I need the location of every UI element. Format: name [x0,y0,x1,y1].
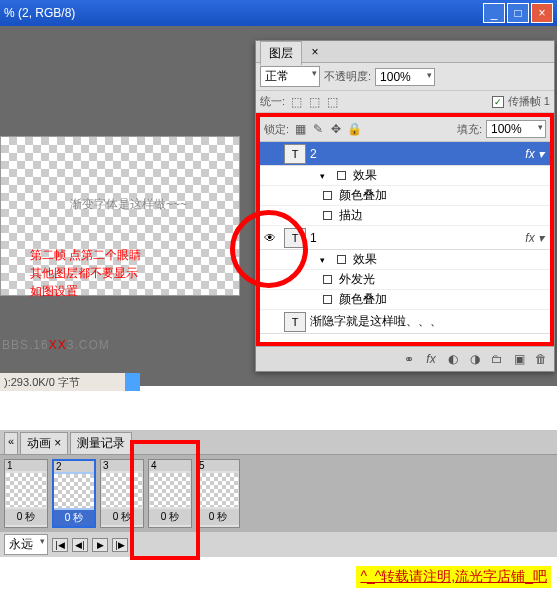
animation-frame[interactable]: 3 0 秒 [100,459,144,528]
text-layer-thumb: T [284,228,306,248]
eye-icon[interactable] [323,275,332,284]
propagate-label: 传播帧 1 [508,94,550,109]
tab-close-icon[interactable]: × [54,436,61,450]
first-frame-button[interactable]: |◀ [52,538,68,552]
frame-thumbnail [6,473,46,507]
effect-item[interactable]: 颜色叠加 [260,186,550,206]
maximize-button[interactable]: □ [507,3,529,23]
frame-duration[interactable]: 0 秒 [197,509,239,525]
animation-panel: « 动画 × 测量记录 1 0 秒 2 0 秒 3 0 秒 4 0 秒 5 0 … [0,430,557,557]
tab-close-icon[interactable]: × [308,45,322,59]
layer-row[interactable]: T 2 fx ▾ [260,142,550,166]
effect-item[interactable]: 外发光 [260,270,550,290]
layer-name[interactable]: 1 [310,231,317,245]
visibility-toggle[interactable]: 👁 [260,231,280,245]
opacity-field[interactable]: 100% [375,68,435,86]
eye-icon[interactable] [323,191,332,200]
frame-duration[interactable]: 0 秒 [54,510,94,526]
adjustment-layer-icon[interactable]: ◑ [466,351,484,367]
next-frame-button[interactable]: |▶ [112,538,128,552]
layers-panel-footer: ⚭ fx ◐ ◑ 🗀 ▣ 🗑 [256,346,554,371]
text-layer-thumb: T [284,312,306,332]
layer-name[interactable]: 2 [310,147,317,161]
layers-list: T 2 fx ▾ ▾效果 颜色叠加 描边 👁 T 1 fx ▾ ▾效果 外发光 … [260,142,550,342]
delete-layer-icon[interactable]: 🗑 [532,351,550,367]
twisty-icon[interactable]: ▾ [320,171,330,181]
play-button[interactable]: ▶ [92,538,108,552]
unify-label: 统一: [260,94,285,109]
new-layer-icon[interactable]: ▣ [510,351,528,367]
unify-position-icon[interactable]: ⬚ [289,95,303,109]
lock-position-icon[interactable]: ✥ [329,122,343,136]
lock-label: 锁定: [264,122,289,137]
blend-mode-dropdown[interactable]: 正常 [260,66,320,87]
loop-dropdown[interactable]: 永远 [4,534,48,555]
tab-measurement[interactable]: 测量记录 [70,432,132,454]
frame-duration[interactable]: 0 秒 [5,509,47,525]
animation-frame[interactable]: 4 0 秒 [148,459,192,528]
animation-frame[interactable]: 1 0 秒 [4,459,48,528]
frame-thumbnail [150,473,190,507]
lock-all-icon[interactable]: 🔒 [347,122,361,136]
lock-pixels-icon[interactable]: ✎ [311,122,325,136]
footer-note: ^_^转载请注明,流光字店铺_吧 [356,566,551,588]
canvas-text-layer: 渐变字体是这样做~~~ [70,196,187,213]
tab-layers[interactable]: 图层 [260,41,302,65]
new-group-icon[interactable]: 🗀 [488,351,506,367]
frame-thumbnail [198,473,238,507]
effect-item[interactable]: 描边 [260,206,550,226]
status-bar: ):293.0K/0 字节 [0,373,140,391]
opacity-label: 不透明度: [324,69,371,84]
twisty-icon[interactable]: ▾ [320,255,330,265]
watermark: BBS.16XX3.COM [2,336,110,352]
fill-label: 填充: [457,122,482,137]
minimize-button[interactable]: _ [483,3,505,23]
fx-badge[interactable]: fx ▾ [525,147,544,161]
link-layers-icon[interactable]: ⚭ [400,351,418,367]
window-title: % (2, RGB/8) [4,6,75,20]
eye-icon[interactable] [323,295,332,304]
effects-row[interactable]: ▾效果 [260,250,550,270]
eye-icon[interactable] [323,211,332,220]
panel-collapse-icon[interactable]: « [4,432,18,454]
text-layer-thumb: T [284,144,306,164]
fx-badge[interactable]: fx ▾ [525,231,544,245]
layer-name[interactable]: 渐隐字就是这样啦、、、 [310,313,442,330]
annotation-text: 第二帧 点第二个眼睛 其他图层都不要显示 如图设置 [30,246,141,300]
frame-duration[interactable]: 0 秒 [101,509,143,525]
frame-duration[interactable]: 0 秒 [149,509,191,525]
propagate-checkbox[interactable]: ✓ [492,96,504,108]
titlebar[interactable]: % (2, RGB/8) _ □ × [0,0,557,26]
layers-panel: 图层 × 正常 不透明度: 100% 统一: ⬚ ⬚ ⬚ ✓ 传播帧 1 锁定:… [255,40,555,372]
effect-item[interactable]: 颜色叠加 [260,290,550,310]
layer-row[interactable]: 👁 T 1 fx ▾ [260,226,550,250]
fill-field[interactable]: 100% [486,120,546,138]
eye-icon[interactable] [337,171,346,180]
close-button[interactable]: × [531,3,553,23]
frames-row: 1 0 秒 2 0 秒 3 0 秒 4 0 秒 5 0 秒 [0,455,557,532]
unify-style-icon[interactable]: ⬚ [325,95,339,109]
tab-animation[interactable]: 动画 × [20,432,68,454]
frame-thumbnail [102,473,142,507]
animation-frame[interactable]: 2 0 秒 [52,459,96,528]
frame-thumbnail [54,474,94,508]
layer-row[interactable]: T 渐隐字就是这样啦、、、 [260,310,550,334]
animation-frame[interactable]: 5 0 秒 [196,459,240,528]
layer-style-icon[interactable]: fx [422,351,440,367]
effects-row[interactable]: ▾效果 [260,166,550,186]
unify-visibility-icon[interactable]: ⬚ [307,95,321,109]
lock-transparent-icon[interactable]: ▦ [293,122,307,136]
prev-frame-button[interactable]: ◀| [72,538,88,552]
layer-mask-icon[interactable]: ◐ [444,351,462,367]
eye-icon[interactable] [337,255,346,264]
highlighted-region: 锁定: ▦ ✎ ✥ 🔒 填充: 100% T 2 fx ▾ ▾效果 颜色叠加 描… [256,113,554,346]
